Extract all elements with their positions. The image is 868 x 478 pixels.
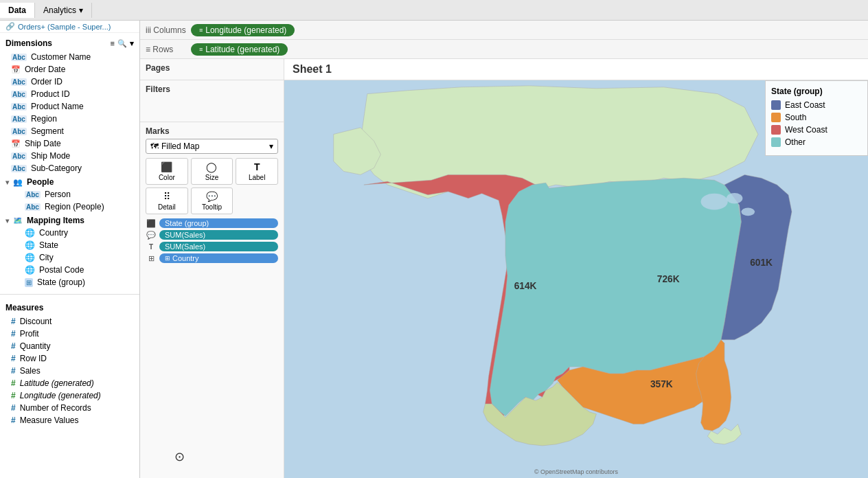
group-people[interactable]: ▾ 👥 People: [0, 176, 139, 188]
sheet-title: Sheet 1: [284, 59, 868, 80]
west-coast-label: West Coast: [785, 125, 827, 135]
sum-sales-pill-1[interactable]: SUM(Sales): [159, 230, 278, 240]
dim-state-group[interactable]: ⊞ State (group): [0, 276, 139, 288]
meas-label: Measure Values: [20, 416, 79, 425]
mapping-icon: 🗺️: [13, 216, 23, 225]
meas-discount[interactable]: # Discount: [0, 315, 139, 328]
meas-quantity[interactable]: # Quantity: [0, 340, 139, 352]
marks-pill-sum-sales-1: 💬 SUM(Sales): [146, 230, 278, 240]
meas-row-id[interactable]: # Row ID: [0, 352, 139, 365]
group-label: People: [27, 177, 54, 187]
pill-icon: ≡: [199, 27, 203, 34]
meas-profit[interactable]: # Profit: [0, 328, 139, 340]
legend-item-south: South: [771, 113, 862, 122]
search-icon[interactable]: 🔍: [117, 39, 127, 48]
filters-section: Filters: [140, 80, 284, 122]
dim-order-date[interactable]: 📅 Order Date: [0, 63, 139, 76]
meas-num-records[interactable]: # Number of Records: [0, 402, 139, 414]
expand-icon[interactable]: ▾: [130, 39, 134, 48]
dim-label: Customer Name: [31, 52, 91, 62]
state-icon: ⊞: [25, 278, 33, 287]
hash-icon: #: [11, 341, 16, 351]
color-icon: ⬛: [161, 161, 172, 172]
pages-title: Pages: [146, 63, 278, 73]
dimensions-header: Dimensions ≡ 🔍 ▾: [0, 36, 139, 51]
meas-sales[interactable]: # Sales: [0, 365, 139, 377]
dim-order-id[interactable]: Abc Order ID: [0, 76, 139, 88]
people-icon: 👥: [13, 178, 23, 187]
legend-item-west-coast: West Coast: [771, 125, 862, 135]
legend: State (group) East Coast South West Coas…: [765, 80, 868, 156]
detail-button[interactable]: ⠿ Detail: [146, 187, 188, 214]
data-source-row[interactable]: 🔗 Orders+ (Sample - Super...): [0, 21, 139, 33]
label-button[interactable]: T Label: [236, 158, 278, 185]
list-icon[interactable]: ≡: [111, 39, 115, 48]
dim-ship-date[interactable]: 📅 Ship Date: [0, 137, 139, 150]
color-label: Color: [159, 174, 175, 181]
hash-green-icon: #: [11, 378, 16, 388]
label-label: Label: [249, 174, 265, 181]
dim-customer-name[interactable]: Abc Customer Name: [0, 51, 139, 63]
tooltip-button[interactable]: 💬 Tooltip: [191, 187, 233, 214]
globe-icon: 🌐: [25, 265, 35, 275]
size-button[interactable]: ◯ Size: [191, 158, 233, 185]
data-tab[interactable]: Data: [0, 3, 35, 18]
dim-product-id[interactable]: Abc Product ID: [0, 88, 139, 100]
meas-longitude[interactable]: # Longitude (generated): [0, 389, 139, 402]
longitude-pill[interactable]: ≡ Longitude (generated): [191, 24, 295, 36]
hash-icon: #: [11, 317, 16, 326]
tooltip-icon: 💬: [206, 191, 218, 202]
svg-point-1: [701, 194, 728, 210]
dim-segment[interactable]: Abc Segment: [0, 125, 139, 137]
dim-postal-code[interactable]: 🌐 Postal Code: [0, 264, 139, 276]
dim-label: Order ID: [31, 77, 62, 87]
country-pill[interactable]: ⊞ Country: [159, 253, 278, 263]
meas-label: Discount: [20, 317, 52, 326]
rows-label: ≡ Rows: [146, 45, 187, 54]
dim-person[interactable]: Abc Person: [0, 188, 139, 201]
dim-sub-category[interactable]: Abc Sub-Category: [0, 162, 139, 174]
dim-label: State (group): [37, 277, 85, 287]
dim-region-people[interactable]: Abc Region (People): [0, 201, 139, 213]
globe-icon: 🌐: [25, 240, 35, 250]
filled-map-icon: 🗺: [150, 141, 159, 151]
meas-label: Sales: [20, 366, 41, 376]
dim-label: Ship Date: [25, 139, 61, 148]
pill-text: State (group): [165, 219, 209, 227]
label-t-icon: T: [146, 243, 157, 251]
dim-ship-mode[interactable]: Abc Ship Mode: [0, 150, 139, 162]
dim-country[interactable]: 🌐 Country: [0, 227, 139, 239]
dim-label: Product Name: [31, 102, 84, 111]
color-button[interactable]: ⬛ Color: [146, 158, 188, 185]
marks-pill-state-group: ⬛ State (group): [146, 218, 278, 228]
abc-icon: Abc: [11, 128, 27, 135]
group-mapping[interactable]: ▾ 🗺️ Mapping Items: [0, 214, 139, 227]
center-area: iii Columns ≡ Longitude (generated) ≡ Ro…: [140, 21, 868, 478]
dim-label: Sub-Category: [31, 163, 82, 173]
dim-city[interactable]: 🌐 City: [0, 251, 139, 264]
analytics-tab[interactable]: Analytics ▾: [35, 3, 92, 18]
hash-icon: #: [11, 403, 16, 413]
hash-icon: #: [11, 329, 16, 339]
latitude-pill[interactable]: ≡ Latitude (generated): [191, 43, 288, 56]
meas-measure-values[interactable]: # Measure Values: [0, 414, 139, 426]
dim-label: Segment: [31, 126, 64, 136]
dim-region[interactable]: Abc Region: [0, 113, 139, 125]
meas-latitude[interactable]: # Latitude (generated): [0, 377, 139, 389]
dim-state[interactable]: 🌐 State: [0, 239, 139, 251]
other-swatch: [771, 137, 781, 147]
dim-label: Region: [31, 114, 57, 124]
state-group-pill[interactable]: State (group): [159, 218, 278, 228]
marks-pill-country: ⊞ ⊞ Country: [146, 253, 278, 263]
marks-type-dropdown[interactable]: 🗺 Filled Map ▾: [146, 139, 278, 154]
group-label: Mapping Items: [27, 216, 84, 225]
cursor-indicator: ⊙: [174, 449, 185, 464]
dim-product-name[interactable]: Abc Product Name: [0, 100, 139, 113]
sum-sales-pill-2[interactable]: SUM(Sales): [159, 242, 278, 251]
dim-label: Region (People): [45, 202, 104, 212]
map-view[interactable]: 614K 726K 601K 357K State (group) East C…: [284, 80, 868, 478]
abc-icon: Abc: [25, 191, 41, 198]
tooltip-dot-icon: 💬: [146, 231, 157, 240]
pill-text: SUM(Sales): [165, 231, 205, 239]
abc-icon: Abc: [11, 103, 27, 111]
